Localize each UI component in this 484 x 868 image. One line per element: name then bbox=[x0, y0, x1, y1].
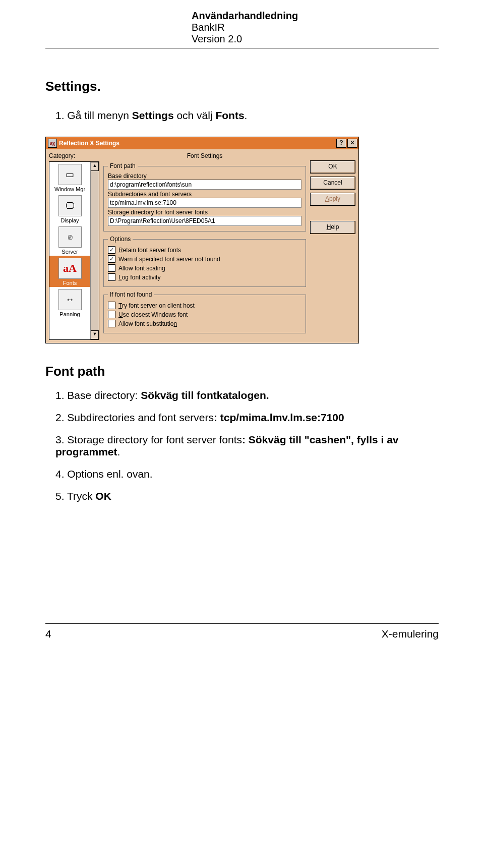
apply-button[interactable]: Apply bbox=[310, 193, 355, 206]
subdirectories-input[interactable] bbox=[108, 198, 301, 208]
cancel-button[interactable]: Cancel bbox=[310, 177, 355, 190]
log-checkbox[interactable] bbox=[108, 273, 115, 281]
titlebar: aχ Reflection X Settings ? × bbox=[46, 137, 358, 149]
step-1: 1. Gå till menyn Settings och välj Fonts… bbox=[55, 109, 439, 122]
storage-directory-input[interactable] bbox=[108, 216, 301, 226]
warn-checkbox-row[interactable]: Warn if specified font server not found bbox=[108, 255, 301, 263]
not-found-group: If font not found Try font server on cli… bbox=[103, 291, 306, 333]
allow-sub-checkbox[interactable] bbox=[108, 320, 115, 327]
category-item-window-mgr[interactable]: ▭ Window Mgr bbox=[49, 162, 90, 193]
server-icon: ⎚ bbox=[58, 226, 82, 248]
reflection-x-settings-dialog: aχ Reflection X Settings ? × Category: ▭… bbox=[45, 137, 359, 343]
app-icon: aχ bbox=[48, 139, 57, 148]
allow-scaling-checkbox[interactable] bbox=[108, 264, 115, 272]
retain-checkbox[interactable] bbox=[108, 246, 115, 254]
category-item-panning[interactable]: ↔ Panning bbox=[49, 287, 90, 318]
ok-button[interactable]: OK bbox=[310, 160, 355, 173]
category-item-server[interactable]: ⎚ Server bbox=[49, 224, 90, 256]
category-item-display[interactable]: 🖵 Display bbox=[49, 193, 90, 224]
display-icon: 🖵 bbox=[58, 195, 82, 216]
retain-checkbox-row[interactable]: Retain font server fonts bbox=[108, 246, 301, 254]
category-listbox[interactable]: ▭ Window Mgr 🖵 Display ⎚ Server bbox=[49, 161, 99, 340]
font-path-group: Font path Base directory Subdirectories … bbox=[103, 162, 306, 232]
subdirectories-label: Subdirectories and font servers bbox=[108, 191, 301, 198]
allow-sub-checkbox-row[interactable]: Allow font substitution bbox=[108, 320, 301, 327]
section-heading-fontpath: Font path bbox=[45, 364, 439, 379]
fontpath-step-5: 5. Tryck OK bbox=[55, 490, 439, 502]
page-number: 4 bbox=[45, 628, 51, 640]
options-group: Options Retain font server fonts Warn if… bbox=[103, 236, 306, 287]
scroll-down-button[interactable]: ▼ bbox=[91, 330, 99, 339]
base-directory-label: Base directory bbox=[108, 172, 301, 180]
fonts-icon: aA bbox=[58, 258, 82, 279]
try-checkbox[interactable] bbox=[108, 302, 115, 309]
log-checkbox-row[interactable]: Log font activity bbox=[108, 273, 301, 281]
page-footer: 4 X-emulering bbox=[45, 624, 439, 640]
fontpath-step-3: 3. Storage directory for font server fon… bbox=[55, 434, 439, 458]
panning-icon: ↔ bbox=[58, 289, 82, 310]
try-checkbox-row[interactable]: Try font server on client host bbox=[108, 302, 301, 309]
window-mgr-icon: ▭ bbox=[58, 164, 82, 185]
header-line3: Version 2.0 bbox=[192, 33, 439, 45]
fontpath-step-2: 2. Subdirectories and font servers: tcp/… bbox=[55, 412, 439, 424]
help-button[interactable]: Help bbox=[310, 221, 355, 234]
header-line2: BankIR bbox=[192, 22, 439, 33]
panel-title: Font Settings bbox=[103, 152, 306, 159]
page-header: Användarhandledning BankIR Version 2.0 bbox=[192, 10, 439, 45]
not-found-legend: If font not found bbox=[108, 291, 154, 298]
header-title: Användarhandledning bbox=[192, 10, 439, 22]
fontpath-step-1: 1. Base directory: Sökväg till fontkatal… bbox=[55, 389, 439, 401]
use-closest-checkbox-row[interactable]: Use closest Windows font bbox=[108, 311, 301, 318]
use-closest-checkbox[interactable] bbox=[108, 311, 115, 318]
category-label: Category: bbox=[49, 152, 99, 159]
footer-section: X-emulering bbox=[382, 628, 439, 640]
category-item-fonts[interactable]: aA Fonts bbox=[49, 256, 90, 287]
header-rule bbox=[45, 48, 439, 48]
base-directory-input[interactable] bbox=[108, 180, 301, 190]
scroll-up-button[interactable]: ▲ bbox=[91, 162, 99, 171]
options-legend: Options bbox=[108, 236, 133, 243]
titlebar-title: Reflection X Settings bbox=[59, 140, 335, 147]
section-heading-settings: Settings. bbox=[45, 79, 439, 94]
warn-checkbox[interactable] bbox=[108, 255, 115, 263]
help-titlebar-button[interactable]: ? bbox=[336, 139, 346, 148]
fontpath-step-4: 4. Options enl. ovan. bbox=[55, 468, 439, 480]
close-titlebar-button[interactable]: × bbox=[347, 139, 357, 148]
category-scrollbar[interactable]: ▲ ▼ bbox=[90, 162, 99, 339]
storage-directory-label: Storage directory for font server fonts bbox=[108, 209, 301, 216]
allow-scaling-checkbox-row[interactable]: Allow font scaling bbox=[108, 264, 301, 272]
font-path-legend: Font path bbox=[108, 162, 138, 169]
